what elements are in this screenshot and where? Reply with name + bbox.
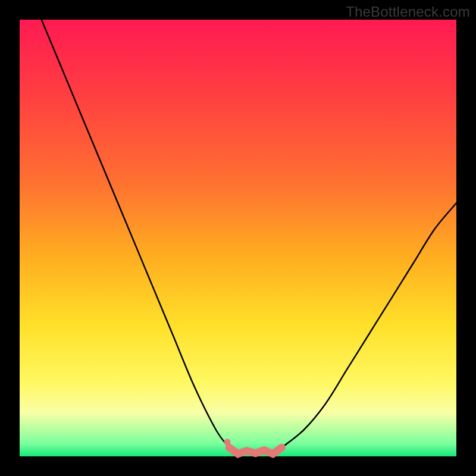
valley-highlight-curve	[229, 447, 281, 453]
left-branch-curve	[42, 20, 230, 447]
watermark-text: TheBottleneck.com	[346, 4, 470, 20]
highlight-dot-icon	[224, 439, 231, 446]
curve-layer	[20, 20, 456, 456]
outer-frame: TheBottleneck.com	[0, 0, 476, 476]
right-branch-curve	[281, 203, 456, 447]
gradient-plot-area	[20, 20, 456, 456]
